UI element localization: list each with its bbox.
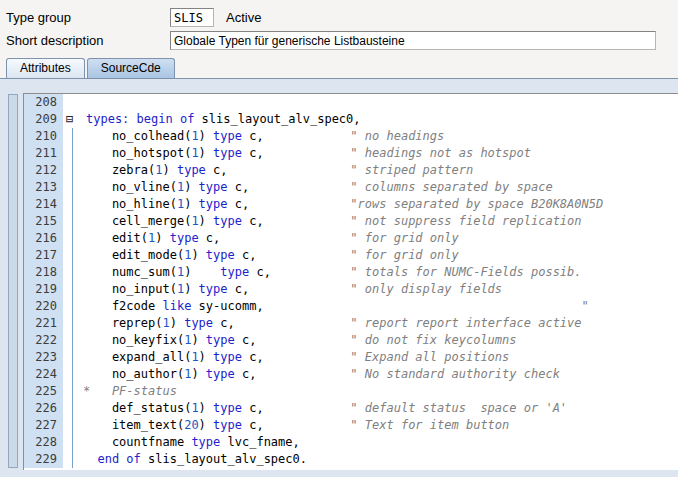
code-line[interactable]: 228 countfname type lvc_fname, xyxy=(24,434,678,451)
code-text: edit(1) type c, " for grid only xyxy=(83,230,678,247)
fold-margin xyxy=(63,162,83,179)
tab-panel: 208209⊟types: begin of slis_layout_alv_s… xyxy=(0,78,678,477)
fold-margin xyxy=(63,417,83,434)
code-line[interactable]: 220 f2code like sy-ucomm, " xyxy=(24,298,678,315)
code-text: end of slis_layout_alv_spec0. xyxy=(83,451,678,468)
code-line[interactable]: 211 no_hotspot(1) type c, " headings not… xyxy=(24,145,678,162)
code-text: no_author(1) type c, " No standard autho… xyxy=(83,366,678,383)
line-number: 214 xyxy=(24,196,63,213)
type-group-editor-window: Type group Active Short description Attr… xyxy=(0,0,678,477)
code-text: types: begin of slis_layout_alv_spec0, xyxy=(86,111,678,128)
line-number: 225 xyxy=(24,383,63,400)
active-status-label: Active xyxy=(226,10,261,25)
line-number: 223 xyxy=(24,349,63,366)
fold-margin xyxy=(63,349,83,366)
line-number: 224 xyxy=(24,366,63,383)
line-number: 222 xyxy=(24,332,63,349)
line-number: 221 xyxy=(24,315,63,332)
code-line[interactable]: 225* PF-status xyxy=(24,383,678,400)
short-description-label: Short description xyxy=(6,33,170,48)
code-text: no_vline(1) type c, " columns separated … xyxy=(83,179,678,196)
fold-margin xyxy=(63,213,83,230)
short-description-input[interactable] xyxy=(170,31,656,50)
splitter-handle[interactable] xyxy=(8,94,18,468)
code-text: no_keyfix(1) type c, " do not fix keycol… xyxy=(83,332,678,349)
code-line[interactable]: 221 reprep(1) type c, " report report in… xyxy=(24,315,678,332)
code-text: cell_merge(1) type c, " not suppress fie… xyxy=(83,213,678,230)
fold-margin xyxy=(63,383,83,400)
fold-margin xyxy=(63,230,83,247)
fold-margin xyxy=(63,332,83,349)
fold-margin xyxy=(63,264,83,281)
fold-margin xyxy=(63,451,83,468)
type-group-row: Type group Active xyxy=(6,6,670,29)
type-group-input[interactable] xyxy=(170,8,214,27)
line-number: 218 xyxy=(24,264,63,281)
line-number: 217 xyxy=(24,247,63,264)
code-line[interactable]: 223 expand_all(1) type c, " Expand all p… xyxy=(24,349,678,366)
fold-margin xyxy=(63,366,83,383)
code-text: no_hotspot(1) type c, " headings not as … xyxy=(83,145,678,162)
code-line[interactable]: 226 def_status(1) type c, " default stat… xyxy=(24,400,678,417)
code-text: expand_all(1) type c, " Expand all posit… xyxy=(83,349,678,366)
tab-sourcecde[interactable]: SourceCde xyxy=(87,58,175,78)
collapse-icon[interactable]: ⊟ xyxy=(63,111,86,128)
fold-margin xyxy=(63,145,83,162)
line-number: 227 xyxy=(24,417,63,434)
line-number: 210 xyxy=(24,128,63,145)
line-number: 228 xyxy=(24,434,63,451)
code-text: zebra(1) type c, " striped pattern xyxy=(83,162,678,179)
code-line[interactable]: 222 no_keyfix(1) type c, " do not fix ke… xyxy=(24,332,678,349)
code-text: countfname type lvc_fname, xyxy=(83,434,678,451)
code-line[interactable]: 218 numc_sum(1) type c, " totals for NUM… xyxy=(24,264,678,281)
code-text: item_text(20) type c, " Text for item bu… xyxy=(83,417,678,434)
tabstrip: Attributes SourceCde xyxy=(0,52,678,78)
code-line[interactable]: 214 no_hline(1) type c, "rows separated … xyxy=(24,196,678,213)
code-text: reprep(1) type c, " report report interf… xyxy=(83,315,678,332)
fold-margin xyxy=(63,315,83,332)
code-text: * PF-status xyxy=(83,383,678,400)
code-line[interactable]: 219 no_input(1) type c, " only display f… xyxy=(24,281,678,298)
line-number: 209 xyxy=(24,111,63,128)
line-number: 212 xyxy=(24,162,63,179)
code-line[interactable]: 227 item_text(20) type c, " Text for ite… xyxy=(24,417,678,434)
code-text: no_hline(1) type c, "rows separated by s… xyxy=(83,196,678,213)
type-group-label: Type group xyxy=(6,10,170,25)
line-number: 219 xyxy=(24,281,63,298)
line-number: 216 xyxy=(24,230,63,247)
code-text: edit_mode(1) type c, " for grid only xyxy=(83,247,678,264)
code-line[interactable]: 215 cell_merge(1) type c, " not suppress… xyxy=(24,213,678,230)
fold-margin xyxy=(63,94,83,111)
code-line[interactable]: 209⊟types: begin of slis_layout_alv_spec… xyxy=(24,111,678,128)
line-number: 208 xyxy=(24,94,63,111)
code-line[interactable]: 210 no_colhead(1) type c, " no headings xyxy=(24,128,678,145)
code-text xyxy=(83,94,678,111)
short-description-row: Short description xyxy=(6,29,670,52)
fold-margin xyxy=(63,298,83,315)
tab-attributes[interactable]: Attributes xyxy=(6,58,85,78)
line-number: 229 xyxy=(24,451,63,468)
fold-margin xyxy=(63,196,83,213)
fold-margin xyxy=(63,128,83,145)
line-number: 220 xyxy=(24,298,63,315)
code-line[interactable]: 212 zebra(1) type c, " striped pattern xyxy=(24,162,678,179)
code-line[interactable]: 208 xyxy=(24,94,678,111)
line-number: 226 xyxy=(24,400,63,417)
code-text: def_status(1) type c, " default status s… xyxy=(83,400,678,417)
code-text: no_colhead(1) type c, " no headings xyxy=(83,128,678,145)
line-number: 211 xyxy=(24,145,63,162)
code-line[interactable]: 217 edit_mode(1) type c, " for grid only xyxy=(24,247,678,264)
code-line[interactable]: 216 edit(1) type c, " for grid only xyxy=(24,230,678,247)
code-text: numc_sum(1) type c, " totals for NUMC-Fi… xyxy=(83,264,678,281)
code-line[interactable]: 224 no_author(1) type c, " No standard a… xyxy=(24,366,678,383)
fold-margin xyxy=(63,247,83,264)
code-line[interactable]: 229 end of slis_layout_alv_spec0. xyxy=(24,451,678,468)
fold-margin xyxy=(63,281,83,298)
fold-margin xyxy=(63,434,83,451)
code-line[interactable]: 213 no_vline(1) type c, " columns separa… xyxy=(24,179,678,196)
header-form: Type group Active Short description xyxy=(0,0,678,52)
line-number: 215 xyxy=(24,213,63,230)
abap-source-editor[interactable]: 208209⊟types: begin of slis_layout_alv_s… xyxy=(23,93,678,470)
code-text: no_input(1) type c, " only display field… xyxy=(83,281,678,298)
line-number: 213 xyxy=(24,179,63,196)
